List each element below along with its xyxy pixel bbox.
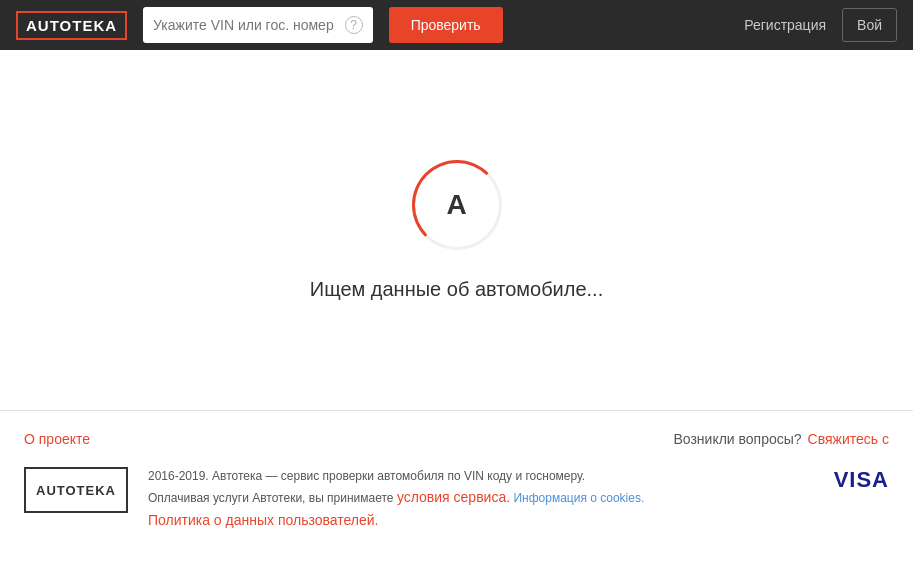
loading-text: Ищем данные об автомобиле... [310, 278, 603, 301]
register-link[interactable]: Регистрация [744, 17, 826, 33]
visa-logo: VISA [834, 467, 889, 493]
footer-copyright: 2016-2019. Автотека — сервис проверки ав… [148, 467, 644, 486]
footer: О проекте Возникли вопросы? Свяжитесь с … [0, 410, 913, 551]
footer-questions-area: Возникли вопросы? Свяжитесь с [673, 431, 889, 447]
spinner-letter: A [446, 189, 466, 221]
search-input[interactable] [153, 17, 337, 33]
visa-area: VISA [834, 467, 889, 493]
logo-text: AUTOTEKA [26, 17, 117, 34]
cookies-link[interactable]: Информация о cookies. [510, 491, 644, 505]
footer-top: О проекте Возникли вопросы? Свяжитесь с [24, 431, 889, 447]
footer-privacy: Политика о данных пользователей. [148, 509, 644, 531]
footer-description: 2016-2019. Автотека — сервис проверки ав… [148, 467, 644, 531]
privacy-link[interactable]: Политика о данных пользователей. [148, 512, 379, 528]
help-icon[interactable]: ? [345, 16, 363, 34]
questions-text: Возникли вопросы? [673, 431, 801, 447]
main-content: A Ищем данные об автомобиле... [0, 50, 913, 410]
footer-logo: AUTOTEKA [24, 467, 128, 513]
terms-link[interactable]: условия сервиса. [397, 489, 510, 505]
login-button[interactable]: Вой [842, 8, 897, 42]
contact-link[interactable]: Свяжитесь с [808, 431, 889, 447]
footer-service-terms: Оплачивая услуги Автотеки, вы принимаете… [148, 486, 644, 508]
loading-spinner: A [412, 160, 502, 250]
footer-bottom: AUTOTEKA 2016-2019. Автотека — сервис пр… [24, 467, 889, 531]
check-button[interactable]: Проверить [389, 7, 503, 43]
logo[interactable]: AUTOTEKA [16, 11, 127, 40]
about-link[interactable]: О проекте [24, 431, 90, 447]
search-area: ? [143, 7, 373, 43]
